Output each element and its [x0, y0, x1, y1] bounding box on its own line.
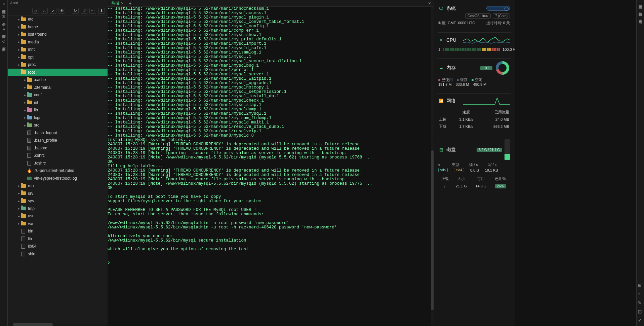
tree-item-opt[interactable]: ▸opt [8, 53, 108, 61]
tree-item-70-persistent-net.rules[interactable]: 🔥70-persistent-net.rules [8, 167, 108, 175]
file-hscrollbar[interactable] [8, 323, 108, 326]
caret-icon: ▸ [17, 214, 21, 218]
list2-icon[interactable]: ≡ [638, 292, 643, 296]
tree-label: virt-sysprep-firstboot.log [34, 176, 77, 181]
network-sparkline [463, 96, 510, 106]
tree-label: usr [28, 214, 34, 218]
tab-terminal[interactable]: 终端 × [109, 0, 126, 6]
path-bar[interactable]: /root [8, 0, 108, 6]
tree-label: .bash_profile [34, 138, 57, 143]
tb-eye-icon[interactable]: 👁 [58, 8, 65, 14]
expand-icon[interactable]: ⤢ [638, 318, 643, 323]
tree-label: home [28, 25, 38, 29]
tree-item-.xterminal[interactable]: ▸.xterminal [8, 84, 108, 92]
tb-more-icon[interactable]: ⋯ [89, 8, 96, 14]
tree-item-etc[interactable]: ▸etc [8, 15, 108, 23]
terminal-icon: ⌘ [2, 14, 6, 19]
tree-item-inf[interactable]: ▸inf [8, 99, 108, 107]
tree-item-proc[interactable]: ▸proc [8, 61, 108, 69]
tree-item-src[interactable]: ▸src [8, 121, 108, 129]
tree-item-run[interactable]: ▸run [8, 182, 108, 190]
tree-label: lib64 [28, 244, 36, 249]
tree-item-srv[interactable]: ▸srv [8, 190, 108, 197]
tree-item-virt-sysprep-firstboot.log[interactable]: virt-sysprep-firstboot.log [8, 175, 108, 182]
tree-item-usr[interactable]: ▸usr [8, 212, 108, 220]
core-tag: 7 (Core) [493, 13, 510, 19]
tb-collapse-icon[interactable]: ↙ [50, 8, 56, 14]
tree-label: srv [28, 191, 33, 196]
file-toolbar: ◇ ⌂ ↙ 👁 ↻ ♡ ⋯ ⬇ [8, 6, 108, 15]
dashboard: 🖵 系统 CentOS Linux 7 (Core) 时区: GMT+0000 … [434, 0, 515, 326]
list-icon: ≣ [2, 27, 6, 31]
cpu-bar [443, 48, 500, 51]
refresh-icon[interactable]: ↻ [638, 300, 643, 305]
tree-label: run [28, 183, 34, 188]
caret-icon: ▸ [23, 78, 27, 82]
folder-icon [27, 77, 32, 82]
tree-label: .tcshrc [34, 161, 46, 166]
tree-item-conf[interactable]: ▸conf [8, 91, 108, 99]
box-icon[interactable]: ◫ [638, 309, 643, 314]
tree-item-.bashrc[interactable]: .bashrc [8, 144, 108, 152]
disk-dev: vda [438, 168, 448, 172]
tree-item-.cache[interactable]: ▸.cache [8, 76, 108, 84]
mem-total-tag: 1.0 G [480, 66, 492, 70]
plus-icon[interactable]: ⊞ [638, 283, 643, 288]
tree-item-bin[interactable]: bin [8, 227, 108, 235]
tree-item-mnt[interactable]: ▸mnt [8, 46, 108, 53]
section-memory: ☁ 内存 1.0 G 已使用 缓存 空闲 191.7 M 333.6 M 490… [437, 58, 511, 90]
tb-diamond-icon[interactable]: ◇ [32, 8, 39, 14]
tree-item-sbin[interactable]: sbin [8, 250, 108, 258]
rail-item-command-manage[interactable]: ≣命令管理 [1, 27, 6, 32]
tree-label: mnt [28, 47, 35, 52]
tb-favorite-icon[interactable]: ♡ [81, 8, 87, 14]
tree-item-root[interactable]: ▾root [8, 69, 108, 76]
file-icon [27, 153, 32, 158]
terminal-output[interactable]: -- Installing: /www/wdlinux/mysql-5.5.62… [108, 7, 434, 326]
tree-item-.bash_logout[interactable]: .bash_logout [8, 129, 108, 137]
tree-item-home[interactable]: ▸home [8, 23, 108, 31]
tree-label: etc [28, 17, 33, 22]
tree-item-logs[interactable]: ▸logs [8, 114, 108, 122]
tb-download-icon[interactable]: ⬇ [98, 8, 105, 14]
search-pill[interactable] [486, 6, 510, 11]
tree-item-.cshrc[interactable]: .cshrc [8, 152, 108, 159]
tree-item-var[interactable]: ▸var [8, 220, 108, 228]
folder-icon [21, 213, 26, 219]
tree-item-lib[interactable]: lib [8, 235, 108, 243]
section-title: 磁盘 [446, 147, 474, 153]
tree-label: lib [34, 108, 38, 112]
caret-icon: ▸ [23, 116, 27, 119]
file-icon [21, 228, 26, 234]
file-tree[interactable]: ▸etc▸home▸lost+found▸media▸mnt▸opt▸proc▾… [8, 15, 108, 323]
rail-item-history[interactable]: ⏲历史命令 [1, 39, 6, 44]
tree-item-.tcshrc[interactable]: .tcshrc [8, 159, 108, 167]
caret-icon: ▸ [17, 199, 21, 203]
section-title: 系统 [446, 5, 484, 11]
network-table: 速度已用流量 上传3.1 KB/s24.0 MB 下载1.7 KB/s566.2… [438, 108, 510, 130]
shell-file-icon [27, 130, 32, 136]
tree-item-lib[interactable]: ▸lib [8, 106, 108, 114]
tb-refresh-icon[interactable]: ↻ [72, 8, 79, 14]
cpu-sparkline [463, 35, 510, 45]
tree-item-.bash_profile[interactable]: .bash_profile [8, 137, 108, 144]
tree-item-media[interactable]: ▸media [8, 38, 108, 46]
tree-label: .cache [34, 77, 46, 82]
tree-item-sys[interactable]: ▸sys [8, 197, 108, 205]
rail-item-file-manager[interactable]: ✎文件管理 [1, 2, 6, 7]
caret-icon: ▸ [23, 101, 27, 104]
tree-label: lost+found [28, 32, 47, 37]
tree-item-lib64[interactable]: lib64 [8, 243, 108, 250]
tab-add-button[interactable]: + [129, 1, 132, 6]
terminal-vscrollbar[interactable] [431, 7, 434, 326]
section-title: 网络 [446, 98, 460, 104]
tab-close-icon[interactable]: × [121, 1, 124, 6]
panel-close-icon[interactable]: × [428, 1, 434, 6]
terminal-prompt[interactable]: ❯ [108, 260, 431, 265]
os-tag: CentOS Linux [465, 13, 491, 19]
rail-item-command[interactable]: ⌘命令 [1, 14, 6, 20]
tb-home-icon[interactable]: ⌂ [41, 8, 48, 14]
folder-icon [21, 191, 26, 196]
tree-item-tmp[interactable]: ▸tmp [8, 205, 108, 213]
tree-item-lost+found[interactable]: ▸lost+found [8, 31, 108, 38]
